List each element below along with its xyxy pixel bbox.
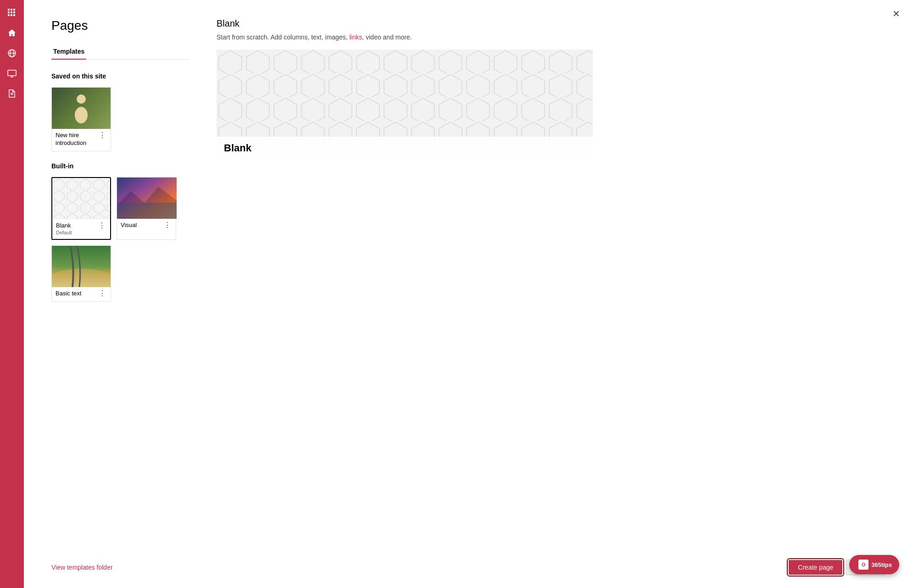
- tab-templates[interactable]: Templates: [51, 44, 86, 60]
- view-templates-link[interactable]: View templates folder: [51, 564, 113, 571]
- svg-point-18: [75, 107, 88, 123]
- section-builtin-label: Built-in: [51, 162, 189, 170]
- sidebar: [0, 0, 24, 588]
- new-hire-thumbnail: [52, 88, 111, 129]
- svg-rect-12: [8, 70, 16, 76]
- preview-title: Blank: [217, 18, 885, 29]
- template-card-basic-text[interactable]: Basic text ⋮: [51, 245, 111, 302]
- svg-rect-0: [8, 9, 10, 11]
- svg-rect-7: [11, 14, 12, 16]
- close-button[interactable]: ✕: [892, 8, 900, 19]
- visual-menu[interactable]: ⋮: [163, 222, 172, 229]
- badge-365tips[interactable]: O 365tips: [849, 555, 899, 574]
- svg-rect-5: [13, 11, 15, 13]
- sidebar-icon-document[interactable]: [4, 85, 20, 102]
- new-hire-menu[interactable]: ⋮: [98, 132, 107, 139]
- preview-description: Start from scratch. Add columns, text, i…: [217, 33, 885, 42]
- new-hire-name: New hire introduction: [56, 132, 98, 147]
- visual-footer: Visual ⋮: [117, 219, 176, 233]
- svg-rect-21: [52, 178, 110, 218]
- section-saved-label: Saved on this site: [51, 72, 189, 80]
- preview-image-label: Blank: [217, 137, 593, 160]
- preview-image: Blank: [217, 50, 593, 160]
- preview-link[interactable]: links: [349, 33, 362, 41]
- visual-thumbnail: [117, 178, 176, 219]
- office-icon: O: [858, 560, 868, 570]
- sidebar-icon-tv[interactable]: [4, 65, 20, 82]
- svg-point-17: [77, 94, 86, 104]
- badge-text: 365tips: [871, 561, 892, 568]
- new-hire-footer: New hire introduction ⋮: [52, 129, 111, 151]
- svg-rect-8: [13, 14, 15, 16]
- left-panel: Pages Templates Saved on this site: [51, 18, 189, 550]
- svg-rect-6: [8, 14, 10, 16]
- footer: View templates folder Create page Cancel: [24, 550, 913, 588]
- basic-text-menu[interactable]: ⋮: [98, 290, 107, 297]
- main-panel: ✕ Pages Templates Saved on this site: [24, 0, 913, 588]
- tabs-bar: Templates: [51, 44, 189, 60]
- svg-rect-1: [11, 9, 12, 11]
- svg-rect-3: [8, 11, 10, 13]
- basic-text-footer: Basic text ⋮: [52, 287, 111, 301]
- template-card-blank[interactable]: Blank Default ⋮: [51, 177, 111, 240]
- svg-rect-2: [13, 9, 15, 11]
- blank-footer: Blank Default ⋮: [52, 219, 110, 239]
- sidebar-icon-home[interactable]: [4, 25, 20, 41]
- sidebar-icon-apps[interactable]: [4, 5, 20, 21]
- saved-templates-grid: New hire introduction ⋮: [51, 87, 189, 151]
- svg-rect-24: [117, 203, 177, 219]
- create-page-button[interactable]: Create page: [789, 560, 842, 575]
- template-card-visual[interactable]: Visual ⋮: [117, 177, 176, 240]
- blank-thumbnail: [52, 178, 110, 219]
- sidebar-icon-globe[interactable]: [4, 45, 20, 61]
- blank-info: Blank Default: [56, 222, 72, 235]
- blank-menu[interactable]: ⋮: [97, 222, 106, 229]
- template-card-new-hire[interactable]: New hire introduction ⋮: [51, 87, 111, 151]
- basic-text-thumbnail: [52, 246, 111, 287]
- builtin-templates-grid: Blank Default ⋮: [51, 177, 189, 302]
- svg-rect-4: [11, 11, 12, 13]
- page-title: Pages: [51, 18, 189, 33]
- svg-point-26: [52, 269, 111, 287]
- right-panel: Blank Start from scratch. Add columns, t…: [217, 18, 885, 550]
